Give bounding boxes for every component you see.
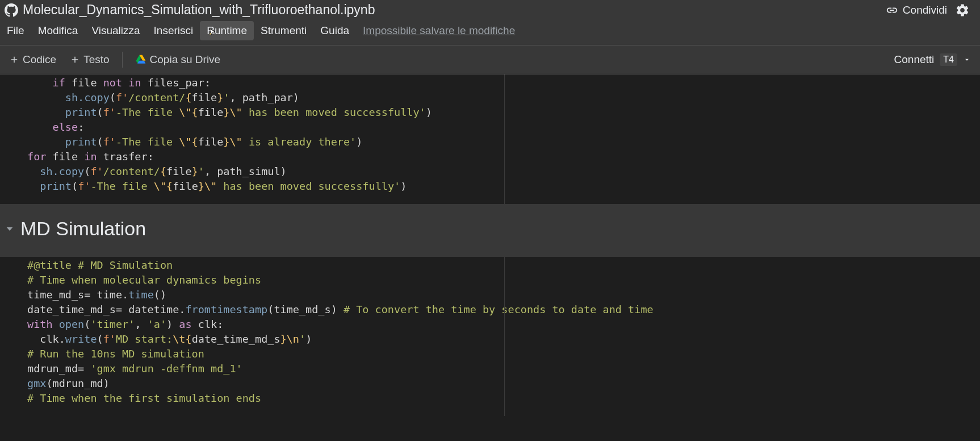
chevron-down-icon[interactable] [5, 224, 15, 234]
connect-button[interactable]: Connetti [894, 53, 935, 66]
code-editor[interactable]: if file not in files_par: sh.copy(f'/con… [0, 74, 980, 204]
chevron-down-icon[interactable] [963, 56, 971, 64]
text-cell-md-simulation[interactable]: MD Simulation [0, 204, 980, 257]
menu-help[interactable]: Guida [313, 21, 356, 40]
copy-to-drive-button[interactable]: Copia su Drive [128, 50, 228, 69]
code-editor[interactable]: #@title # MD Simulation # Time when mole… [0, 257, 980, 416]
header: Molecular_Dynamics_Simulation_with_Trifl… [0, 0, 980, 18]
notebook-area[interactable]: [ ] if file not in files_par: sh.copy(f'… [0, 74, 980, 441]
link-icon [886, 4, 898, 16]
add-code-button[interactable]: Codice [2, 50, 63, 69]
copy-drive-label: Copia su Drive [150, 53, 221, 66]
share-label: Condividi [903, 4, 947, 16]
menu-edit[interactable]: Modifica [31, 21, 85, 40]
code-cell-2[interactable]: [ ] #@title # MD Simulation # Time when … [0, 257, 980, 416]
text-label: Testo [83, 53, 109, 66]
share-button[interactable]: Condividi [886, 4, 947, 16]
plus-icon [70, 55, 80, 65]
runtime-type-chip[interactable]: T4 [940, 53, 957, 66]
menu-view[interactable]: Visualizza [85, 21, 146, 40]
drive-icon [135, 54, 146, 65]
menu-tools[interactable]: Strumenti [254, 21, 313, 40]
save-status[interactable]: Impossibile salvare le modifiche [356, 21, 522, 40]
section-heading: MD Simulation [20, 218, 146, 240]
menu-file[interactable]: File [0, 21, 31, 40]
github-icon [5, 3, 18, 17]
separator [122, 52, 123, 68]
notebook-title[interactable]: Molecular_Dynamics_Simulation_with_Trifl… [23, 2, 375, 18]
add-text-button[interactable]: Testo [63, 50, 116, 69]
plus-icon [9, 55, 19, 65]
code-label: Codice [23, 53, 56, 66]
menu-insert[interactable]: Inserisci [147, 21, 200, 40]
menu-runtime[interactable]: Runtime [200, 21, 254, 40]
code-cell-1[interactable]: [ ] if file not in files_par: sh.copy(f'… [0, 74, 980, 204]
toolbar: Codice Testo Copia su Drive Connetti T4 [0, 45, 980, 74]
gear-icon[interactable] [955, 3, 970, 18]
menubar: File Modifica Visualizza Inserisci Runti… [0, 18, 980, 45]
